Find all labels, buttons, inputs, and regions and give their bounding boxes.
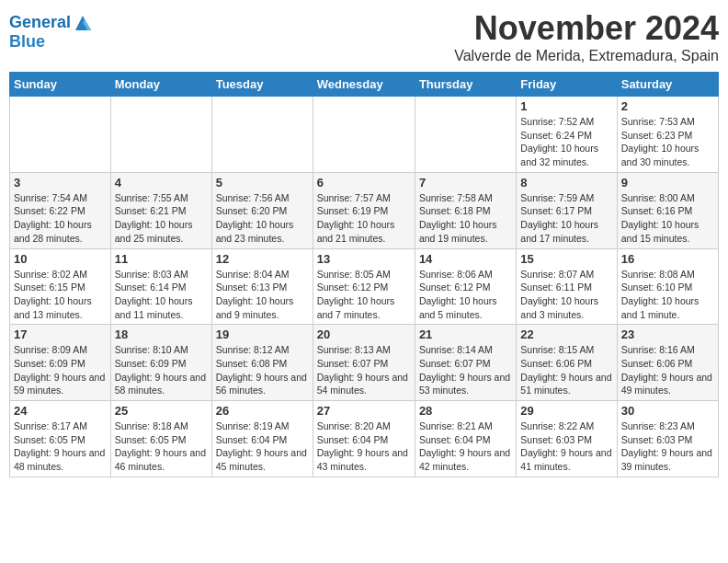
day-cell: 12Sunrise: 8:04 AMSunset: 6:13 PMDayligh… [211,248,313,325]
day-detail: Sunrise: 7:58 AMSunset: 6:18 PMDaylight:… [419,191,512,246]
day-number: 23 [621,327,714,341]
day-detail: Sunrise: 8:22 AMSunset: 6:03 PMDaylight:… [520,419,612,474]
day-cell: 26Sunrise: 8:19 AMSunset: 6:04 PMDayligh… [211,401,313,477]
day-detail: Sunrise: 7:57 AMSunset: 6:19 PMDaylight:… [317,191,411,246]
day-number: 8 [520,176,612,190]
day-cell: 3Sunrise: 7:54 AMSunset: 6:22 PMDaylight… [10,172,111,248]
day-detail: Sunrise: 8:00 AMSunset: 6:16 PMDaylight:… [621,191,714,246]
logo-icon [73,13,93,33]
day-cell: 19Sunrise: 8:12 AMSunset: 6:08 PMDayligh… [211,325,313,401]
calendar-body: 1Sunrise: 7:52 AMSunset: 6:24 PMDaylight… [10,97,719,477]
day-detail: Sunrise: 8:14 AMSunset: 6:07 PMDaylight:… [419,343,512,397]
day-cell [211,97,313,173]
calendar-table: SundayMondayTuesdayWednesdayThursdayFrid… [9,72,719,477]
day-number: 28 [419,404,512,418]
day-detail: Sunrise: 8:16 AMSunset: 6:06 PMDaylight:… [621,343,714,397]
day-cell: 7Sunrise: 7:58 AMSunset: 6:18 PMDaylight… [415,172,516,248]
day-number: 4 [115,176,208,190]
day-number: 7 [419,176,512,190]
day-number: 5 [216,176,309,190]
day-cell: 6Sunrise: 7:57 AMSunset: 6:19 PMDaylight… [313,172,415,248]
day-number: 13 [317,252,411,266]
day-cell [110,97,211,173]
week-row-4: 17Sunrise: 8:09 AMSunset: 6:09 PMDayligh… [10,325,719,401]
day-number: 26 [216,404,309,418]
day-detail: Sunrise: 8:06 AMSunset: 6:12 PMDaylight:… [419,268,512,322]
day-number: 25 [115,404,208,418]
day-number: 30 [621,404,714,418]
day-cell [313,97,415,173]
day-number: 22 [520,327,612,341]
day-number: 17 [14,327,107,341]
day-detail: Sunrise: 7:55 AMSunset: 6:21 PMDaylight:… [115,191,208,246]
day-number: 24 [14,404,107,418]
calendar-header: SundayMondayTuesdayWednesdayThursdayFrid… [10,73,719,97]
day-detail: Sunrise: 7:54 AMSunset: 6:22 PMDaylight:… [14,191,107,246]
day-detail: Sunrise: 8:02 AMSunset: 6:15 PMDaylight:… [14,268,107,322]
day-number: 27 [317,404,411,418]
day-number: 20 [317,327,411,341]
day-detail: Sunrise: 7:52 AMSunset: 6:24 PMDaylight:… [520,115,612,169]
day-number: 29 [520,404,612,418]
day-cell: 18Sunrise: 8:10 AMSunset: 6:09 PMDayligh… [110,325,211,401]
subtitle: Valverde de Merida, Extremadura, Spain [454,48,719,64]
header-day-thursday: Thursday [415,73,516,97]
day-number: 12 [216,252,309,266]
week-row-2: 3Sunrise: 7:54 AMSunset: 6:22 PMDaylight… [10,172,719,248]
day-detail: Sunrise: 8:03 AMSunset: 6:14 PMDaylight:… [115,268,208,322]
header-day-wednesday: Wednesday [313,73,415,97]
day-cell: 14Sunrise: 8:06 AMSunset: 6:12 PMDayligh… [415,248,516,325]
day-cell: 28Sunrise: 8:21 AMSunset: 6:04 PMDayligh… [415,401,516,477]
day-detail: Sunrise: 7:56 AMSunset: 6:20 PMDaylight:… [216,191,309,246]
day-cell: 10Sunrise: 8:02 AMSunset: 6:15 PMDayligh… [10,248,111,325]
day-number: 18 [115,327,208,341]
day-cell: 17Sunrise: 8:09 AMSunset: 6:09 PMDayligh… [10,325,111,401]
day-number: 15 [520,252,612,266]
day-detail: Sunrise: 7:53 AMSunset: 6:23 PMDaylight:… [621,115,714,169]
day-detail: Sunrise: 8:12 AMSunset: 6:08 PMDaylight:… [216,343,309,397]
week-row-3: 10Sunrise: 8:02 AMSunset: 6:15 PMDayligh… [10,248,719,325]
day-cell: 5Sunrise: 7:56 AMSunset: 6:20 PMDaylight… [211,172,313,248]
day-cell: 24Sunrise: 8:17 AMSunset: 6:05 PMDayligh… [10,401,111,477]
day-cell: 23Sunrise: 8:16 AMSunset: 6:06 PMDayligh… [617,325,718,401]
day-detail: Sunrise: 8:13 AMSunset: 6:07 PMDaylight:… [317,343,411,397]
header-day-friday: Friday [517,73,617,97]
logo-text-line2: Blue [9,33,93,52]
day-detail: Sunrise: 8:18 AMSunset: 6:05 PMDaylight:… [115,419,208,474]
header: General Blue November 2024 Valverde de M… [9,9,719,64]
day-cell: 11Sunrise: 8:03 AMSunset: 6:14 PMDayligh… [110,248,211,325]
day-number: 10 [14,252,107,266]
day-detail: Sunrise: 8:15 AMSunset: 6:06 PMDaylight:… [520,343,612,397]
day-detail: Sunrise: 7:59 AMSunset: 6:17 PMDaylight:… [520,191,612,246]
day-detail: Sunrise: 8:10 AMSunset: 6:09 PMDaylight:… [115,343,208,397]
day-number: 6 [317,176,411,190]
week-row-1: 1Sunrise: 7:52 AMSunset: 6:24 PMDaylight… [10,97,719,173]
day-detail: Sunrise: 8:21 AMSunset: 6:04 PMDaylight:… [419,419,512,474]
day-cell: 16Sunrise: 8:08 AMSunset: 6:10 PMDayligh… [617,248,718,325]
day-number: 9 [621,176,714,190]
day-detail: Sunrise: 8:19 AMSunset: 6:04 PMDaylight:… [216,419,309,474]
day-cell: 9Sunrise: 8:00 AMSunset: 6:16 PMDaylight… [617,172,718,248]
day-detail: Sunrise: 8:17 AMSunset: 6:05 PMDaylight:… [14,419,107,474]
week-row-5: 24Sunrise: 8:17 AMSunset: 6:05 PMDayligh… [10,401,719,477]
day-detail: Sunrise: 8:04 AMSunset: 6:13 PMDaylight:… [216,268,309,322]
day-cell: 22Sunrise: 8:15 AMSunset: 6:06 PMDayligh… [517,325,617,401]
day-number: 16 [621,252,714,266]
day-number: 11 [115,252,208,266]
day-cell [10,97,111,173]
day-cell [415,97,516,173]
day-cell: 13Sunrise: 8:05 AMSunset: 6:12 PMDayligh… [313,248,415,325]
logo-text-line1: General [9,14,71,32]
day-cell: 29Sunrise: 8:22 AMSunset: 6:03 PMDayligh… [517,401,617,477]
header-row: SundayMondayTuesdayWednesdayThursdayFrid… [10,73,719,97]
day-cell: 15Sunrise: 8:07 AMSunset: 6:11 PMDayligh… [517,248,617,325]
day-detail: Sunrise: 8:07 AMSunset: 6:11 PMDaylight:… [520,268,612,322]
month-title: November 2024 [454,9,719,48]
title-area: November 2024 Valverde de Merida, Extrem… [454,9,719,64]
day-cell: 21Sunrise: 8:14 AMSunset: 6:07 PMDayligh… [415,325,516,401]
day-cell: 1Sunrise: 7:52 AMSunset: 6:24 PMDaylight… [517,97,617,173]
day-number: 14 [419,252,512,266]
header-day-saturday: Saturday [617,73,718,97]
day-cell: 25Sunrise: 8:18 AMSunset: 6:05 PMDayligh… [110,401,211,477]
day-number: 1 [520,99,612,113]
